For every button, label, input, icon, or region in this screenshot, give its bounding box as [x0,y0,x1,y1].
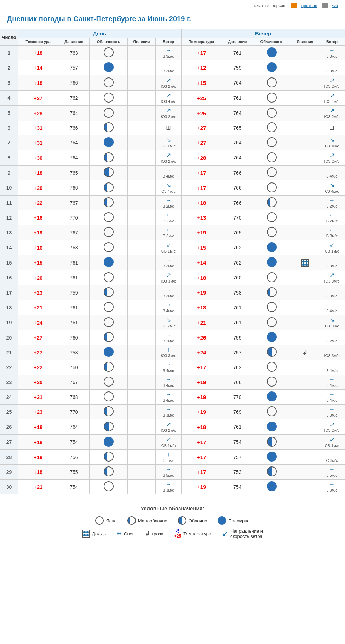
wind-cell: → 3 4м/с [163,392,174,403]
eve-clouds [253,180,291,196]
eve-temp: +18 [181,300,222,315]
day-clouds [90,480,127,494]
table-row: 16 +20 761 ↗ ЮЗ 3м/с +18 760 ↗ ЮЗ 3м/с [0,270,345,285]
table-row: 4 +27 762 ↗ ЮЗ 4м/с +25 761 ↗ ЮЗ 4м/с [0,91,345,106]
eve-clouds [253,135,291,150]
eve-temp: +18 [181,419,222,435]
eve-pressure: 761 [222,91,253,106]
top-bar: печатная версия: цветная ч/б [0,0,345,11]
day-phenomena [127,60,155,75]
wind-cell: → 3 3м/с [326,482,337,493]
day-phenomena [127,196,155,210]
wind-cell: ↗ ЮЗ 2м/с [324,108,339,119]
cloud-icon [104,287,114,297]
eve-clouds [253,121,291,135]
day-temp: +27 [18,330,58,345]
day-wind: → 3 4м/с [156,166,182,180]
wind-cell: → 3 4м/с [326,392,337,403]
wind-cell: ↗ ЮЗ 2м/с [161,78,176,89]
day-number: 29 [0,465,18,480]
eve-phenomena [291,390,319,405]
day-wind: ↑ ЮЗ 3м/с [156,345,182,360]
day-wind: → 3 5м/с [156,465,182,480]
day-temp: +15 [18,255,58,270]
wind-speed: ЮЗ 3м/с [161,354,176,358]
eve-clouds [253,75,291,91]
day-number: 11 [0,196,18,210]
day-clouds [90,360,127,375]
day-number: 21 [0,345,18,360]
legend-partly: Малооблачно [127,516,167,525]
day-phenomena [127,315,155,330]
day-phenomena [127,450,155,465]
table-row: 13 +19 767 ← В 3м/с +19 765 ← В 3м/с [0,225,345,240]
table-row: 28 +19 756 ↓ С 3м/с +17 757 ↓ С 3м/с [0,450,345,465]
day-pressure: 766 [58,75,90,91]
eve-phenomena [291,419,319,435]
eve-temp: +17 [181,46,222,60]
eve-temp: +18 [181,196,222,210]
eve-pressure: 766 [222,375,253,390]
eve-phenomena [291,60,319,75]
col-header-num: Число [0,29,18,46]
day-pressure: 767 [58,196,90,210]
wind-speed: ЮЗ 3м/с [324,279,339,283]
wind-speed: 3 2м/с [326,204,337,208]
wind-cell: ↗ ЮЗ 3м/с [161,273,176,284]
day-pressure: 761 [58,270,90,285]
eve-wind: ↓ С 3м/с [319,450,345,465]
cloud-icon [267,466,277,476]
day-clouds [90,270,127,285]
day-number: 5 [0,106,18,121]
eve-phenomena [291,46,319,60]
wind-speed: 3 4м/с [163,383,174,388]
wind-cell: → 3 2м/с [163,198,174,209]
cloud-icon [267,406,277,416]
cloud-icon [104,167,114,177]
day-phenomena [127,419,155,435]
day-temp: +20 [18,180,58,196]
print-color-link[interactable]: цветная [301,3,317,8]
day-clouds [90,210,127,225]
page-title: Дневник погоды в Санкт-Петербурге за Июн… [0,11,345,29]
day-number: 28 [0,450,18,465]
day-wind: ↗ ЮЗ 2м/с [156,106,182,121]
day-number: 4 [0,91,18,106]
cloud-icon [267,302,277,312]
wind-speed: 3 3м/с [163,294,174,298]
wind-cell: → 3 2м/с [326,198,337,209]
temp-minus: -5 [176,529,180,534]
table-row: 29 +18 755 → 3 5м/с +17 753 → 3 5м/с [0,465,345,480]
day-temp: +18 [18,46,58,60]
day-wind: → 3 4м/с [156,300,182,315]
wind-speed: 3 3м/с [163,413,174,417]
day-number: 14 [0,240,18,255]
eve-pressure: 757 [222,345,253,360]
eve-phenomena [291,180,319,196]
wind-cell: ↙ СВ 1м/с [325,437,339,448]
day-pressure: 763 [58,46,90,60]
day-clouds [90,435,127,450]
day-phenomena [127,180,155,196]
day-clouds [90,166,127,180]
day-temp: +27 [18,91,58,106]
wind-cell: ↑ ЮЗ 3м/с [161,347,176,358]
day-pressure: 759 [58,285,90,300]
day-wind: → 3 2м/с [156,330,182,345]
eve-pressure: 766 [222,180,253,196]
cloud-icon [267,377,277,387]
wind-cell: → 3 4м/с [326,302,337,313]
print-bw-link[interactable]: ч/б [332,3,338,8]
day-number: 7 [0,135,18,150]
table-row: 24 +21 768 → 3 4м/с +19 770 → 3 4м/с [0,390,345,405]
day-clouds [90,180,127,196]
wind-cell: ↗ ЮЗ 4м/с [324,93,339,104]
day-number: 8 [0,150,18,166]
cloud-icon [104,152,114,162]
print-icon-bw [322,3,328,8]
day-pressure: 768 [58,390,90,405]
wind-arrow-icon: → [166,332,171,338]
wind-arrow-icon: ↗ [330,152,334,158]
day-temp: +31 [18,135,58,150]
wind-speed: СВ 1м/с [161,443,176,448]
